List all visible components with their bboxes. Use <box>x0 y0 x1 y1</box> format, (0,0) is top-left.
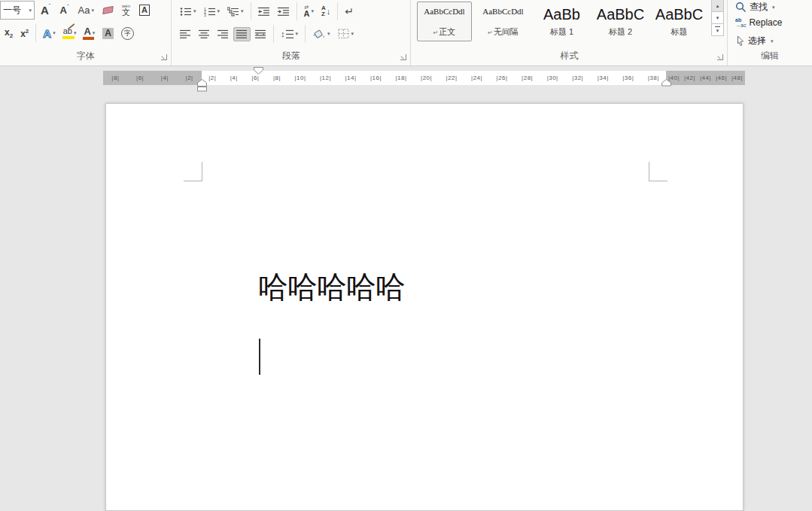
multilevel-list-button[interactable]: ▾ <box>224 5 247 19</box>
ruler-number: |30| <box>547 75 558 81</box>
ribbon: 一号 ▾ Aˆ Aˇ Aa ▾ wén 文 <box>0 0 812 66</box>
style-item-no-spacing[interactable]: AaBbCcDdl ↵无间隔 <box>476 2 531 41</box>
multilevel-list-icon <box>227 7 239 17</box>
right-indent-marker[interactable] <box>661 79 671 87</box>
gallery-more-button[interactable]: ▾ <box>711 23 724 36</box>
paragraph-group-label: 段落 <box>172 50 410 62</box>
distribute-text-button[interactable] <box>252 27 269 41</box>
paragraph-mark-icon: ↵ <box>488 29 493 36</box>
align-left-button[interactable] <box>177 27 194 41</box>
style-item-title[interactable]: AaBbC 标题 <box>652 2 707 41</box>
shading-button[interactable]: ▾ <box>309 26 333 42</box>
chevron-down-icon: ▾ <box>193 8 196 14</box>
numbering-button[interactable]: 123 ▾ <box>201 5 224 19</box>
ruler-number: |20| <box>421 75 432 81</box>
bullets-button[interactable]: ▾ <box>177 5 199 19</box>
ruler-number: |24| <box>471 75 482 81</box>
styles-dialog-launcher[interactable] <box>717 54 723 60</box>
ruler-number: |2| <box>208 75 216 81</box>
divider <box>297 2 297 20</box>
ruler-number: |18| <box>396 75 407 81</box>
phonetic-icon: wén 文 <box>122 4 130 17</box>
font-group-label: 字体 <box>0 50 171 62</box>
justify-button[interactable] <box>233 27 251 41</box>
show-formatting-marks-button[interactable]: ↵ <box>342 4 357 19</box>
align-right-button[interactable] <box>214 27 232 41</box>
chevron-down-icon: ▾ <box>29 8 32 14</box>
first-line-indent-marker[interactable] <box>254 67 263 75</box>
subscript-button[interactable]: x2 <box>2 25 16 41</box>
ruler-number: |28| <box>522 75 533 81</box>
chevron-down-icon: ▾ <box>93 30 96 36</box>
ruler-number: |6| <box>251 75 259 81</box>
ruler-text-area: |2||4||6||8||10||12||14||16||18||20||22|… <box>202 71 666 85</box>
character-border-button[interactable]: A <box>136 2 153 18</box>
replace-button[interactable]: ab →ac Replace <box>735 17 782 28</box>
divider <box>305 25 306 43</box>
style-item-heading2[interactable]: AaBbC 标题 2 <box>593 2 648 41</box>
line-spacing-button[interactable]: ↕ ▾ <box>278 27 301 41</box>
horizontal-ruler: |8||6||4||2| |2||4||6||8||10||12||14||16… <box>103 71 745 85</box>
svg-text:3: 3 <box>204 13 206 17</box>
document-page[interactable]: 哈哈哈哈哈 <box>105 103 744 511</box>
enclose-characters-button[interactable]: 字 <box>118 25 137 42</box>
divider <box>35 24 36 42</box>
superscript-button[interactable]: x2 <box>17 26 32 41</box>
align-center-icon <box>199 29 210 39</box>
increase-indent-button[interactable] <box>275 5 293 19</box>
ruler-number: |4| <box>230 75 238 81</box>
ruler-number: |44| <box>700 75 711 81</box>
paragraph-dialog-launcher[interactable] <box>400 54 406 60</box>
ruler-number: |46| <box>716 75 727 81</box>
text-effects-icon: A <box>43 27 51 40</box>
search-icon <box>735 2 747 13</box>
enclosed-character-icon: 字 <box>121 27 134 40</box>
decrease-indent-button[interactable] <box>255 5 273 19</box>
cursor-arrow-icon <box>735 35 745 47</box>
chevron-down-icon: ▾ <box>716 15 719 21</box>
margin-crop-mark-top-left <box>184 162 202 181</box>
gallery-scroll-up-button[interactable]: ▴ <box>711 0 724 12</box>
highlight-color-button[interactable]: ab ▾ <box>60 25 80 41</box>
sort-icon: AZ ↓ <box>321 5 330 17</box>
text-effects-button[interactable]: A ▾ <box>40 25 58 42</box>
edit-group-label: 编辑 <box>728 50 812 62</box>
style-item-normal[interactable]: AaBbCcDdl ↵正文 <box>417 2 472 41</box>
style-sample: AaBbC <box>597 7 644 22</box>
grow-font-button[interactable]: Aˆ <box>38 2 54 18</box>
left-indent-marker[interactable] <box>197 79 207 92</box>
ruler-number: |38| <box>648 75 659 81</box>
phonetic-guide-button[interactable]: wén 文 <box>119 2 133 19</box>
select-button[interactable]: 选择 ▾ <box>735 35 774 47</box>
document-text[interactable]: 哈哈哈哈哈 <box>258 271 405 304</box>
sort-button[interactable]: AZ ↓ <box>318 3 333 20</box>
style-sample: AaBbCcDdl <box>424 7 464 16</box>
borders-button[interactable]: ▾ <box>335 26 357 41</box>
ruler-number: |2| <box>186 75 193 81</box>
align-center-button[interactable] <box>196 27 213 41</box>
style-sample: AaBb <box>543 7 580 22</box>
font-color-button[interactable]: A ▾ <box>81 24 98 42</box>
justify-icon <box>236 29 248 39</box>
gallery-scroll-down-button[interactable]: ▾ <box>711 11 724 24</box>
chevron-down-icon: ▾ <box>74 30 77 36</box>
updown-arrow-icon: ↕ <box>281 29 285 38</box>
highlighter-icon: ab <box>63 27 72 39</box>
eraser-icon <box>102 6 114 15</box>
style-item-heading1[interactable]: AaBb 标题 1 <box>534 2 589 41</box>
character-shading-button[interactable]: A <box>99 26 117 41</box>
ruler-number: |12| <box>320 75 331 81</box>
font-size-combobox[interactable]: 一号 ▾ <box>0 1 35 20</box>
divider <box>273 25 274 43</box>
font-dialog-launcher[interactable] <box>161 54 167 60</box>
shrink-font-button[interactable]: Aˇ <box>57 3 72 17</box>
font-size-value: 一号 <box>3 4 21 17</box>
chevron-up-icon: ▴ <box>716 3 719 9</box>
clear-formatting-button[interactable] <box>100 5 116 16</box>
find-button[interactable]: 查找 ▾ <box>735 1 775 14</box>
change-case-button[interactable]: Aa ▾ <box>75 2 97 18</box>
ruler-number: |34| <box>598 75 609 81</box>
asian-layout-button[interactable]: ⇄ A ▾ <box>301 2 317 20</box>
style-gallery: AaBbCcDdl ↵正文 AaBbCcDdl ↵无间隔 AaBb 标题 1 A… <box>417 2 707 41</box>
chevron-down-icon: ▾ <box>351 31 354 37</box>
